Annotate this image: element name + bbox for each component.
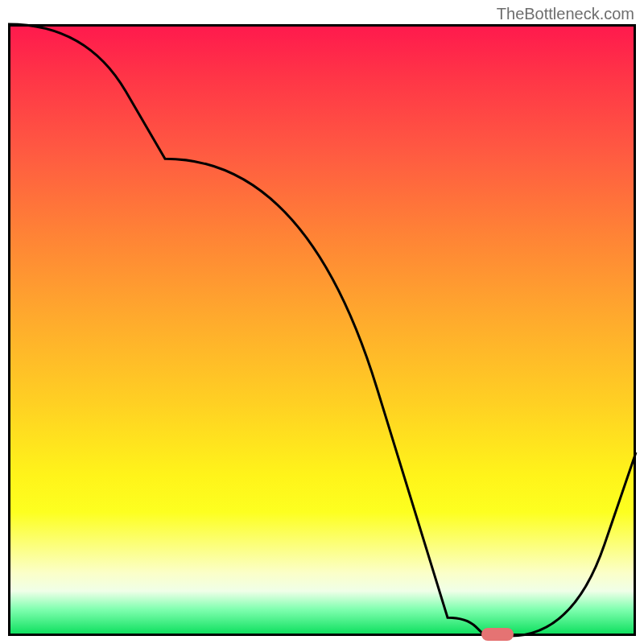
attribution-label: TheBottleneck.com <box>497 5 634 23</box>
bottleneck-curve-path <box>8 24 636 636</box>
curve-svg <box>8 24 636 636</box>
bottleneck-figure: TheBottleneck.com <box>0 0 644 644</box>
valley-marker <box>481 628 514 641</box>
